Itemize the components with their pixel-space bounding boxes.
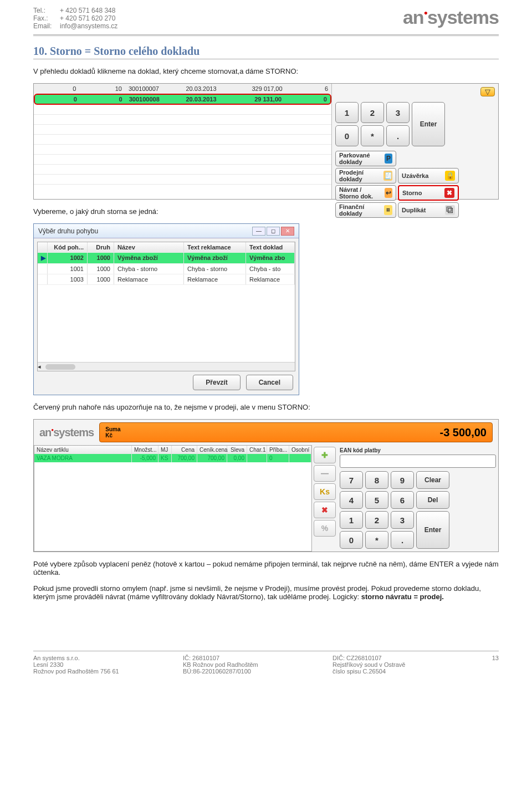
kc-label: Kč: [105, 432, 120, 438]
btn-finance[interactable]: Finanční doklady¤: [335, 202, 396, 218]
close-icon[interactable]: ✕: [281, 227, 294, 236]
btn-return[interactable]: Návrat / Storno dok.↩: [335, 185, 396, 201]
side-buttons: ✚ — Ks ✖ %: [312, 445, 337, 552]
key-dot[interactable]: .: [386, 125, 410, 146]
doc-grid: 01030010000720.03.2013329 017,006 003001…: [34, 84, 332, 199]
logo-part1: an: [403, 7, 424, 28]
dialog-titlebar: Výběr druhu pohybu — ◻ ✕: [34, 224, 299, 238]
key-7[interactable]: 7: [340, 471, 363, 489]
footer-col2: IČ: 26810107KB Rožnov pod RadhoštěmBÚ:86…: [183, 655, 332, 675]
btn-percent[interactable]: %: [314, 520, 336, 537]
dialog-body: Kód poh... Druh Název Text reklamace Tex…: [34, 238, 299, 395]
col-kod: Kód poh...: [48, 242, 88, 252]
section-rule: [33, 59, 499, 59]
tel-label: Tel.:: [33, 7, 60, 14]
ean-label: EAN kód platby: [340, 447, 496, 453]
key-6[interactable]: 6: [391, 491, 414, 509]
plus-icon: ✚: [321, 451, 328, 460]
maximize-icon[interactable]: ◻: [267, 227, 280, 236]
sum-display: SumaKč -3 500,00: [99, 422, 493, 442]
btn-plus[interactable]: ✚: [314, 447, 336, 463]
key-star[interactable]: *: [361, 125, 384, 146]
screenshot-doclist: 01030010000720.03.2013329 017,006 003001…: [33, 83, 499, 200]
right-column: ▽ 1 2 3 Enter 0 * . Parkované dokladyP P…: [332, 84, 498, 199]
key-0[interactable]: 0: [340, 531, 363, 549]
dialog-buttons: Převzít Cancel: [37, 371, 295, 391]
page-number: 13: [482, 655, 499, 675]
btn-delete[interactable]: ✖: [314, 502, 336, 518]
section-title: 10. Storno = Storno celého dokladu: [33, 45, 499, 58]
key-dot[interactable]: .: [391, 531, 414, 549]
col-nazev: Název: [114, 242, 184, 252]
minimize-icon[interactable]: —: [252, 227, 265, 236]
fax-value: + 420 571 620 270: [60, 14, 115, 22]
key-5[interactable]: 5: [365, 491, 388, 509]
item-row[interactable]: VAZA MODRA-5,000KS700,00700,000,000: [34, 454, 311, 462]
key-1[interactable]: 1: [340, 511, 363, 529]
key-0[interactable]: 0: [335, 125, 359, 146]
key-8[interactable]: 8: [365, 471, 388, 489]
item-grid: Název artikluMnožst...MJCenaCeník.cenaSl…: [34, 445, 312, 552]
btn-duplicate[interactable]: Duplikát⿻: [398, 202, 459, 218]
x-icon: ✖: [444, 188, 454, 198]
lock-icon: 🔒: [445, 171, 455, 181]
row-marker-icon: ▶: [38, 253, 48, 263]
key-clear[interactable]: Clear: [416, 471, 449, 489]
pos-numpad: 789Clear 456Del 123Enter 0*.: [340, 471, 496, 549]
return-icon: ↩: [385, 188, 392, 198]
btn-ks[interactable]: Ks: [314, 483, 336, 500]
paragraph-1: V přehledu dokladů klikneme na doklad, k…: [33, 67, 499, 75]
tel-value: + 420 571 648 348: [60, 7, 115, 14]
btn-cancel[interactable]: Cancel: [246, 375, 293, 390]
col-reklamace: Text reklamace: [184, 242, 246, 252]
grid-row[interactable]: 10031000ReklamaceReklamaceReklamace: [38, 274, 295, 284]
key-enter[interactable]: Enter: [412, 102, 445, 146]
numpad: 1 2 3 Enter 0 * .: [335, 102, 495, 146]
email-value: info@ansystems.cz: [60, 22, 117, 30]
key-del[interactable]: Del: [416, 491, 449, 509]
grid-header: Kód poh... Druh Název Text reklamace Tex…: [38, 242, 295, 252]
header-rule: [33, 34, 499, 36]
pos-logo: an●systems: [39, 426, 94, 439]
key-3[interactable]: 3: [391, 511, 414, 529]
btn-sales[interactable]: Prodejní doklady🧾: [335, 168, 396, 183]
btn-storno[interactable]: Storno✖: [398, 185, 459, 201]
logo: an●systems: [403, 7, 499, 28]
footer-col3: DIČ: CZ26810107Rejstříkový soud v Ostrav…: [332, 655, 482, 675]
paragraph-3: Červený pruh nahoře nás upozorňuje na to…: [33, 403, 499, 411]
key-2[interactable]: 2: [365, 511, 388, 529]
grid-row[interactable]: 10011000Chyba - stornoChyba - stornoChyb…: [38, 263, 295, 274]
paragraph-5: Pokud jsme provedli storno omylem (např.…: [33, 584, 499, 601]
logo-part2: systems: [427, 7, 499, 28]
btn-prevzit[interactable]: Převzít: [193, 375, 240, 390]
ean-input[interactable]: [340, 455, 496, 468]
col-druh: Druh: [88, 242, 114, 252]
doc-row-empty: [34, 105, 331, 115]
doc-row-selected[interactable]: 0030010000820.03.201329 131,000: [34, 94, 331, 105]
grid-row-selected[interactable]: ▶ 10021000Výměna zbožíVýměna zbožíVýměna…: [38, 252, 295, 263]
key-1[interactable]: 1: [335, 102, 359, 123]
btn-close[interactable]: Uzávěrka🔒: [398, 168, 459, 183]
parking-icon: P: [385, 154, 392, 164]
key-2[interactable]: 2: [361, 102, 384, 123]
btn-minus[interactable]: —: [314, 465, 336, 482]
horizontal-scrollbar[interactable]: ◂: [38, 362, 295, 371]
scroll-down-icon[interactable]: ▽: [480, 87, 495, 96]
key-star[interactable]: *: [365, 531, 388, 549]
key-9[interactable]: 9: [391, 471, 414, 489]
email-label: Email:: [33, 22, 60, 30]
minus-icon: —: [321, 469, 329, 478]
btn-parked[interactable]: Parkované dokladyP: [335, 151, 396, 166]
window-controls: — ◻ ✕: [252, 227, 294, 236]
key-4[interactable]: 4: [340, 491, 363, 509]
copy-icon: ⿻: [445, 205, 455, 215]
dialog-title: Výběr druhu pohybu: [38, 227, 98, 235]
pos-keypad-panel: EAN kód platby 789Clear 456Del 123Enter …: [337, 445, 498, 552]
coins-icon: ¤: [384, 205, 392, 215]
logo-dot-icon: ●: [424, 9, 427, 17]
key-3[interactable]: 3: [386, 102, 410, 123]
key-enter[interactable]: Enter: [416, 511, 449, 549]
doc-row[interactable]: 01030010000720.03.2013329 017,006: [34, 84, 331, 94]
screenshot-dialog: Výběr druhu pohybu — ◻ ✕ Kód poh... Druh…: [33, 223, 299, 395]
delete-icon: ✖: [321, 506, 328, 514]
